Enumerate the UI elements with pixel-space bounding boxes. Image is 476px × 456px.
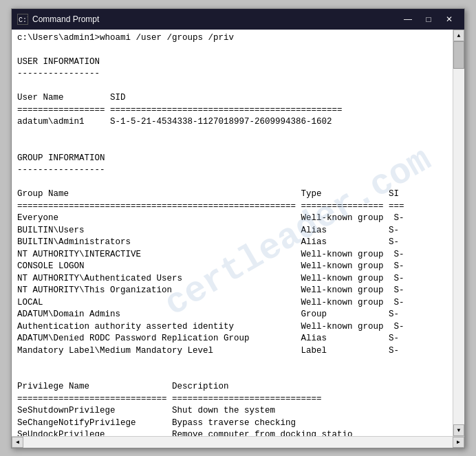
command-prompt-window: C:\ Command Prompt — □ ✕ c:\Users\admin1… xyxy=(11,8,465,448)
close-button[interactable]: ✕ xyxy=(440,12,459,26)
scroll-up-button[interactable]: ▲ xyxy=(453,30,464,41)
title-bar-left: C:\ Command Prompt xyxy=(17,14,99,25)
scroll-right-button[interactable]: ▶ xyxy=(453,437,464,448)
title-bar-controls: — □ ✕ xyxy=(398,12,459,26)
cmd-icon: C:\ xyxy=(17,14,28,25)
title-bar: C:\ Command Prompt — □ ✕ xyxy=(12,9,464,30)
svg-text:C:\: C:\ xyxy=(19,17,28,24)
scroll-left-button[interactable]: ◀ xyxy=(12,437,23,448)
window-title: Command Prompt xyxy=(32,14,99,24)
terminal-body: c:\Users\admin1>whoami /user /groups /pr… xyxy=(12,30,464,436)
horizontal-scrollbar[interactable]: ◀ ▶ xyxy=(12,436,464,448)
maximize-button[interactable]: □ xyxy=(419,12,438,26)
vertical-scrollbar[interactable]: ▲ ▼ xyxy=(453,30,464,436)
horizontal-scrollbar-track xyxy=(23,437,453,448)
terminal-content[interactable]: c:\Users\admin1>whoami /user /groups /pr… xyxy=(12,30,453,436)
minimize-button[interactable]: — xyxy=(398,12,418,26)
scrollbar-thumb-area xyxy=(453,41,464,424)
scrollbar-thumb[interactable] xyxy=(453,41,464,69)
scroll-down-button[interactable]: ▼ xyxy=(453,424,464,436)
